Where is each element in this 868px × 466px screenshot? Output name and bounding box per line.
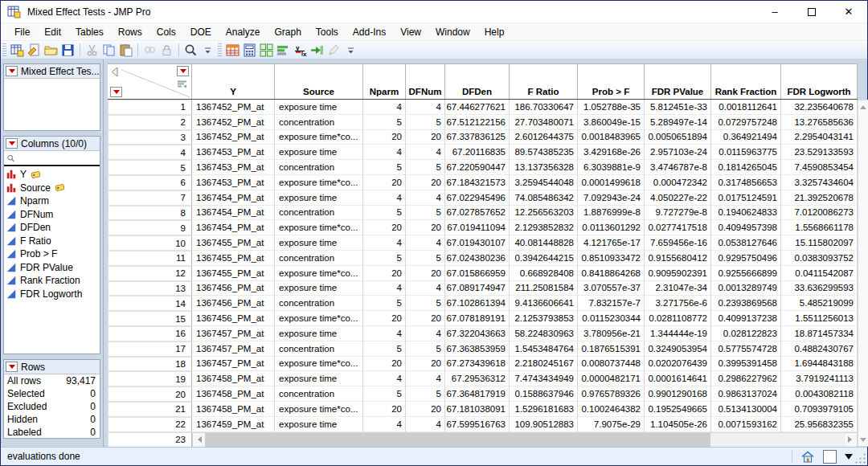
table-cell[interactable]: 4 — [363, 371, 406, 386]
table-cell[interactable]: 67.024380236 — [445, 251, 510, 266]
row-number[interactable]: 17 — [108, 341, 192, 357]
table-cell[interactable]: 4 — [406, 281, 445, 296]
table-cell[interactable]: 67.29536312 — [445, 371, 510, 386]
table-cell[interactable]: 1.5296181683 — [510, 402, 578, 417]
table-cell[interactable]: 0.8418864268 — [578, 266, 645, 281]
table-cell[interactable]: 4 — [406, 326, 445, 341]
table-row[interactable]: 141367456_PM_atconcentration5567.1028613… — [108, 296, 858, 311]
formula-icon[interactable] — [241, 42, 258, 58]
table-cell[interactable]: 4 — [406, 371, 445, 386]
rows-stat-excluded[interactable]: Excluded0 — [4, 400, 100, 413]
table-cell[interactable]: 13.137356328 — [510, 160, 578, 175]
table-cell[interactable]: 4 — [406, 190, 445, 206]
table-cell[interactable]: 2.31047e-34 — [645, 281, 711, 296]
table-cell[interactable]: concentration — [275, 251, 363, 266]
column-item-source[interactable]: Source — [4, 182, 100, 195]
table-cell[interactable]: exposure time*co... — [275, 130, 363, 145]
table-cell[interactable]: 67.20116835 — [445, 145, 510, 160]
menu-cols[interactable]: Cols — [149, 24, 183, 40]
table-cell[interactable]: 0.4094957398 — [711, 220, 781, 235]
table-cell[interactable]: 1.344444e-19 — [645, 326, 711, 341]
row-number[interactable]: 23 — [108, 432, 192, 448]
menu-file[interactable]: File — [7, 24, 37, 40]
table-cell[interactable]: 2.2180245167 — [510, 357, 578, 372]
table-cell[interactable]: 1367452_PM_at — [192, 130, 275, 145]
table-cell[interactable]: 1367456_PM_at — [192, 311, 275, 326]
lock-icon[interactable] — [158, 42, 175, 58]
table-row[interactable]: 221367459_PM_atexposure time4467.5995167… — [108, 417, 858, 432]
table-cell[interactable]: 0.5134130004 — [711, 402, 781, 417]
table-cell[interactable]: 3.271756e-6 — [645, 296, 711, 311]
table-cell[interactable]: 4.050227e-22 — [645, 190, 711, 206]
table-cell[interactable]: 67.599516763 — [445, 417, 510, 432]
row-number[interactable]: 2 — [108, 115, 192, 130]
table-cell[interactable]: concentration — [275, 115, 363, 130]
table-cell[interactable]: 1367455_PM_at — [192, 266, 275, 281]
bar-chart-icon[interactable] — [275, 42, 292, 58]
table-cell[interactable]: 0.4882430767 — [781, 341, 858, 357]
table-cell[interactable]: 1367454_PM_at — [192, 206, 275, 221]
table-cell[interactable]: 0.3174856653 — [711, 175, 781, 190]
table-cell[interactable]: 20 — [406, 220, 445, 235]
table-cell[interactable]: 20 — [363, 220, 406, 235]
table-cell[interactable]: 0.9255666899 — [711, 266, 781, 281]
table-cell[interactable]: 18.871457334 — [781, 326, 858, 341]
table-cell[interactable]: 0.0000482171 — [578, 371, 645, 386]
table-cell[interactable]: 0.9901290168 — [645, 386, 711, 402]
table-cell[interactable]: 67.220590447 — [445, 160, 510, 175]
column-header-f-ratio[interactable]: F Ratio — [510, 64, 578, 99]
column-header-source[interactable]: Source — [275, 64, 363, 99]
table-cell[interactable]: 20 — [406, 357, 445, 372]
table-cell[interactable]: 1367455_PM_at — [192, 235, 275, 251]
table-cell[interactable]: 67.019411094 — [445, 220, 510, 235]
row-number[interactable]: 22 — [108, 417, 192, 432]
table-cell[interactable]: 21.392520678 — [781, 190, 858, 206]
table-row[interactable]: 191367458_PM_atexposure time4467.2953631… — [108, 371, 858, 386]
column-item-dfden[interactable]: DFDen — [4, 221, 100, 235]
table-cell[interactable]: 15.115802097 — [781, 235, 858, 251]
table-cell[interactable]: 5 — [363, 251, 406, 266]
table-cell[interactable]: 1367452_PM_at — [192, 100, 275, 115]
table-row[interactable]: 111367455_PM_atconcentration5567.0243802… — [108, 251, 858, 266]
table-cell[interactable]: 4 — [363, 145, 406, 160]
column-header-prob-f[interactable]: Prob > F — [578, 64, 645, 99]
grid-corner-cell[interactable] — [108, 64, 192, 99]
table-cell[interactable]: exposure time*co... — [275, 357, 363, 372]
open-icon[interactable] — [43, 42, 59, 58]
table-cell[interactable]: 58.224830963 — [510, 326, 578, 341]
table-cell[interactable]: exposure time — [275, 371, 363, 386]
table-cell[interactable]: exposure time — [275, 281, 363, 296]
table-cell[interactable]: 4 — [406, 417, 445, 432]
rows-stat-all-rows[interactable]: All rows93,417 — [4, 374, 100, 387]
scroll-right-icon[interactable] — [845, 433, 857, 447]
zoom-icon[interactable] — [182, 42, 199, 58]
table-cell[interactable]: 3.7919241113 — [781, 371, 858, 386]
row-number[interactable]: 19 — [108, 371, 192, 386]
rows-stat-selected[interactable]: Selected0 — [4, 387, 100, 400]
table-cell[interactable]: 0.364921494 — [711, 130, 781, 145]
table-cell[interactable]: 0.9095902391 — [645, 266, 711, 281]
table-row[interactable]: 181367457_PM_atexposure time*co...202067… — [108, 357, 858, 372]
table-cell[interactable]: 32.235640678 — [781, 100, 858, 115]
row-number[interactable]: 16 — [108, 326, 192, 341]
paste-icon[interactable] — [117, 42, 134, 58]
column-header-fdr-pvalue[interactable]: FDR PValue — [645, 64, 711, 99]
table-cell[interactable]: 20 — [363, 357, 406, 372]
window-list-button[interactable] — [823, 450, 837, 464]
journal-icon[interactable] — [26, 42, 43, 58]
table-cell[interactable]: 23.529133593 — [781, 145, 858, 160]
table-cell[interactable]: 67.512122156 — [445, 115, 510, 130]
table-cell[interactable]: 0.000472342 — [645, 175, 711, 190]
table-cell[interactable]: 67.181038091 — [445, 402, 510, 417]
table-cell[interactable]: 5 — [406, 115, 445, 130]
table-cell[interactable]: 0.0383093752 — [781, 251, 858, 266]
table-cell[interactable]: 3.860049e-15 — [578, 115, 645, 130]
horizontal-scrollbar[interactable] — [192, 432, 858, 448]
table-cell[interactable]: 27.703480071 — [510, 115, 578, 130]
table-cell[interactable]: 5.812451e-33 — [645, 100, 711, 115]
table-cell[interactable]: exposure time — [275, 326, 363, 341]
column-header-fdr-logworth[interactable]: FDR Logworth — [781, 64, 858, 99]
run-script-icon[interactable] — [309, 42, 326, 58]
table-cell[interactable]: 1367453_PM_at — [192, 160, 275, 175]
table-row[interactable]: 131367456_PM_atexposure time4467.0891749… — [108, 281, 858, 296]
